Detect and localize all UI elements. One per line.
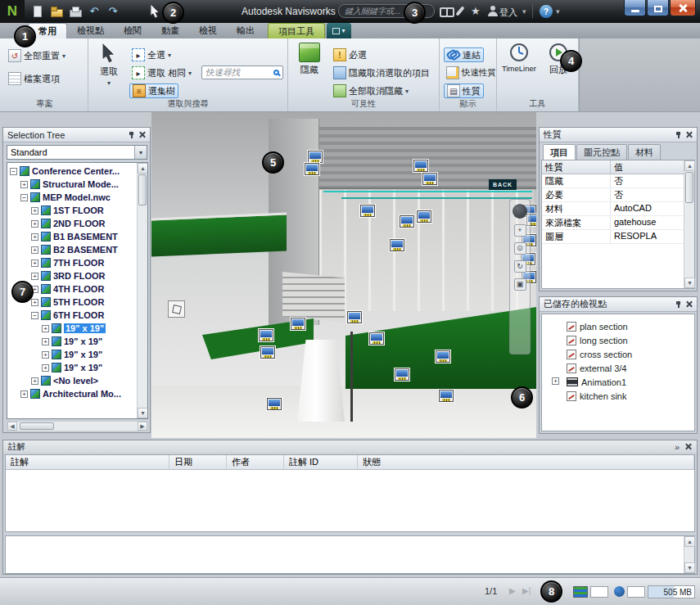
quick-properties-button[interactable]: 快速性質 xyxy=(444,65,499,80)
tree-item[interactable]: +3RD FLOOR xyxy=(7,269,137,282)
tree-item[interactable]: −6TH FLOOR xyxy=(7,309,137,322)
tree-item-label[interactable]: 3RD FLOOR xyxy=(53,271,106,281)
tree-horizontal-scrollbar[interactable]: ◀ ▶ xyxy=(7,421,148,431)
pan-icon[interactable]: + xyxy=(514,224,526,237)
steering-wheel-icon[interactable] xyxy=(513,204,527,219)
hide-button[interactable]: 隱藏 xyxy=(293,43,326,76)
scrollbar-thumb[interactable] xyxy=(685,172,693,203)
tab-output[interactable]: 輸出 xyxy=(227,23,264,38)
tree-item-label[interactable]: 4TH FLOOR xyxy=(53,284,104,294)
link-marker-icon[interactable] xyxy=(291,318,305,330)
tree-expander-icon[interactable]: + xyxy=(31,233,38,241)
tab-animation[interactable]: 動畫 xyxy=(151,23,189,38)
viewpoint-item[interactable]: +Animation1 xyxy=(542,375,694,389)
tree-expander-icon[interactable]: + xyxy=(31,299,38,306)
tree-item[interactable]: +2ND FLOOR xyxy=(7,217,137,230)
viewpoint-label[interactable]: long section xyxy=(580,336,628,345)
new-file-icon[interactable] xyxy=(31,5,44,18)
sign-in-button[interactable]: 登入 xyxy=(499,7,517,19)
print-icon[interactable] xyxy=(69,5,82,18)
redo-icon[interactable]: ↷ xyxy=(106,5,120,18)
properties-scrollbar[interactable]: ▲ ▼ xyxy=(684,160,694,288)
tree-item[interactable]: +19" x 19" xyxy=(7,361,137,374)
navigation-bar[interactable]: + ⊙ ↻ ▣ xyxy=(509,199,531,354)
tree-item[interactable]: +Structural Mode... xyxy=(7,178,137,191)
viewpoint-label[interactable]: plan section xyxy=(580,322,628,332)
look-icon[interactable]: ▣ xyxy=(514,278,526,291)
require-button[interactable]: ! 必選 xyxy=(331,47,369,62)
tree-expander-icon[interactable]: + xyxy=(31,377,38,385)
tree-expander-icon[interactable]: + xyxy=(31,207,38,214)
tree-item-label[interactable]: B2 BASEMENT xyxy=(53,245,118,255)
search-icon[interactable] xyxy=(273,70,279,75)
comments-column-header[interactable]: 註解 xyxy=(6,455,169,469)
link-marker-icon[interactable] xyxy=(308,151,323,163)
viewpoint-label[interactable]: cross section xyxy=(580,350,632,359)
search-binoculars-icon[interactable] xyxy=(440,6,453,17)
tree-item[interactable]: +7TH FLOOR xyxy=(7,256,137,269)
tree-expander-icon[interactable]: − xyxy=(20,194,28,201)
maximize-button[interactable] xyxy=(647,0,669,16)
reset-all-button[interactable]: ↺ 全部重置▾ xyxy=(6,48,68,63)
selection-tree-toggle-button[interactable]: ≡ 選集樹 xyxy=(129,84,178,98)
tree-expander-icon[interactable]: + xyxy=(42,338,49,345)
comments-column-header[interactable]: 日期 xyxy=(169,455,227,469)
tree-expander-icon[interactable]: + xyxy=(42,364,49,372)
scrollbar-thumb[interactable] xyxy=(20,422,54,430)
viewpoint-label[interactable]: kitchen sink xyxy=(580,391,626,401)
tree-item[interactable]: +1ST FLOOR xyxy=(7,204,137,217)
tree-item[interactable]: −MEP Model.nwc xyxy=(7,191,137,204)
tree-item-label[interactable]: 5TH FLOOR xyxy=(53,297,104,307)
tree-item-label[interactable]: MEP Model.nwc xyxy=(43,192,111,202)
tree-vertical-scrollbar[interactable]: ▲ ▼ xyxy=(137,163,147,418)
link-marker-icon[interactable] xyxy=(413,160,428,172)
tree-item-label[interactable]: 19" x 19" xyxy=(64,323,106,333)
viewpoint-item[interactable]: kitchen sink xyxy=(542,389,694,403)
tree-item[interactable]: +19" x 19" xyxy=(7,322,137,335)
close-icon[interactable] xyxy=(684,443,692,450)
scroll-up-icon[interactable]: ▲ xyxy=(684,536,695,547)
link-marker-icon[interactable] xyxy=(369,332,384,345)
tree-item-label[interactable]: Architectural Mo... xyxy=(43,389,121,399)
tab-element-handles[interactable]: 圖元控點 xyxy=(576,144,627,160)
tree-item-label[interactable]: 6TH FLOOR xyxy=(53,310,104,320)
tree-item[interactable]: +19" x 19" xyxy=(7,335,137,348)
tree-expander-icon[interactable]: + xyxy=(42,325,49,332)
help-dropdown-arrow[interactable]: ▾ xyxy=(556,7,560,16)
link-marker-icon[interactable] xyxy=(260,346,275,359)
viewpoint-item[interactable]: cross section xyxy=(542,347,694,361)
tree-expander-icon[interactable]: + xyxy=(20,391,28,398)
scroll-up-icon[interactable]: ▲ xyxy=(138,163,148,174)
tree-item-label[interactable]: 7TH FLOOR xyxy=(53,258,104,268)
link-marker-icon[interactable] xyxy=(305,163,319,175)
tree-item[interactable]: +B1 BASEMENT xyxy=(7,230,137,243)
link-marker-icon[interactable] xyxy=(422,173,437,185)
tree-item-label[interactable]: <No level> xyxy=(53,376,98,386)
pin-icon[interactable] xyxy=(675,300,682,309)
comments-column-header[interactable]: 註解 ID xyxy=(284,455,358,469)
close-icon[interactable] xyxy=(685,300,693,308)
login-dropdown-arrow[interactable]: ▾ xyxy=(522,7,526,16)
link-marker-icon[interactable] xyxy=(395,368,409,381)
scrollbar-thumb[interactable] xyxy=(138,174,147,205)
close-icon[interactable] xyxy=(685,131,693,138)
link-marker-icon[interactable] xyxy=(417,210,431,223)
last-sheet-icon[interactable]: ▶| xyxy=(522,586,531,595)
tools-wrench-icon[interactable] xyxy=(455,6,464,16)
tree-item-label[interactable]: 2ND FLOOR xyxy=(53,219,106,228)
close-icon[interactable] xyxy=(138,131,146,138)
pin-icon[interactable] xyxy=(675,131,682,139)
viewpoint-expander-icon[interactable]: + xyxy=(552,377,559,385)
scroll-right-icon[interactable]: ▶ xyxy=(138,422,147,431)
properties-toggle-button[interactable]: ▤ 性質 xyxy=(444,84,484,98)
tree-item-label[interactable]: B1 BASEMENT xyxy=(53,232,118,242)
scroll-down-icon[interactable]: ▼ xyxy=(138,408,148,418)
tab-viewpoint[interactable]: 檢視點 xyxy=(67,23,114,38)
tree-item-label[interactable]: 1ST FLOOR xyxy=(53,205,104,215)
tree-item[interactable]: +19" x 19" xyxy=(7,348,137,361)
select-same-button[interactable]: ▸ 選取 相同▾ xyxy=(129,65,194,80)
tab-material[interactable]: 材料 xyxy=(628,144,661,160)
orbit-icon[interactable]: ↻ xyxy=(514,260,526,273)
scroll-up-icon[interactable]: ▲ xyxy=(684,160,695,171)
select-all-button[interactable]: ▸ 全選▾ xyxy=(129,47,174,62)
